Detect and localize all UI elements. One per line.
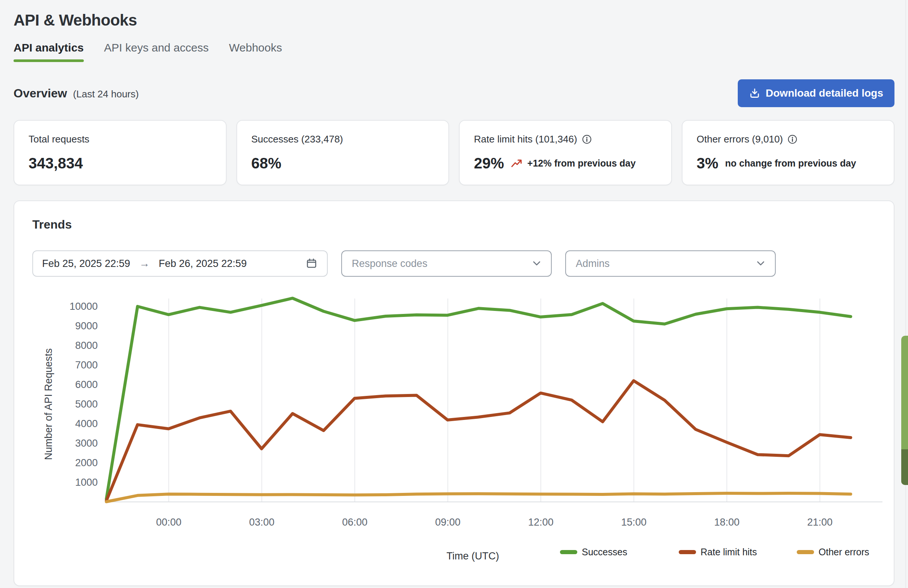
- overview-heading: Overview: [13, 87, 67, 100]
- stat-label: Total requests: [29, 134, 89, 145]
- y-tick-5000: 5000: [75, 398, 98, 410]
- date-range-end: Feb 26, 2025 22:59: [159, 258, 246, 269]
- legend-item-successes: Successes: [560, 547, 627, 557]
- y-tick-1000: 1000: [75, 477, 98, 488]
- x-tick-06:00: 06:00: [342, 517, 367, 528]
- trends-chart-svg: 00:0003:0006:0009:0012:0015:0018:0021:00…: [32, 289, 889, 533]
- stat-delta-text: no change from previous day: [725, 158, 856, 169]
- active-tab-underline: [13, 60, 84, 62]
- x-tick-18:00: 18:00: [714, 517, 740, 528]
- series-line-other-errors: [106, 493, 851, 502]
- chevron-down-icon: [532, 261, 541, 267]
- x-tick-15:00: 15:00: [621, 517, 647, 528]
- series-line-rate-limit-hits: [106, 381, 851, 501]
- trend-up-icon: [511, 159, 523, 168]
- trends-heading: Trends: [32, 217, 888, 232]
- stat-card-other-errors-9-010: Other errors (9,010)3%no change from pre…: [682, 120, 895, 185]
- response-codes-placeholder: Response codes: [352, 258, 427, 269]
- y-axis-title: Number of API Requests: [43, 348, 54, 460]
- calendar-icon: [305, 257, 318, 270]
- stat-value: 29%: [474, 155, 504, 172]
- tab-label: API keys and access: [104, 41, 209, 60]
- y-tick-2000: 2000: [75, 457, 98, 469]
- legend-label: Rate limit hits: [700, 547, 757, 557]
- legend-swatch: [560, 550, 577, 554]
- scrollbar-thumb-dark-segment: [901, 449, 908, 485]
- tab-api-analytics[interactable]: API analytics: [13, 41, 84, 62]
- stat-card-successes-233-478: Successes (233,478)68%: [237, 120, 449, 185]
- download-button-label: Download detailed logs: [766, 87, 883, 99]
- stat-label: Other errors (9,010): [697, 134, 783, 145]
- date-range-start: Feb 25, 2025 22:59: [42, 258, 130, 269]
- stat-delta: +12% from previous day: [511, 158, 636, 169]
- scrollbar-thumb[interactable]: [901, 336, 908, 485]
- page-title: API & Webhooks: [13, 11, 895, 29]
- trends-chart: 00:0003:0006:0009:0012:0015:0018:0021:00…: [32, 289, 888, 535]
- x-tick-12:00: 12:00: [528, 517, 554, 528]
- y-tick-8000: 8000: [75, 340, 98, 351]
- info-icon[interactable]: [787, 134, 797, 144]
- stat-label: Rate limit hits (101,346): [474, 134, 577, 145]
- legend-label: Successes: [582, 547, 627, 557]
- legend-item-other-errors: Other errors: [797, 547, 869, 557]
- download-detailed-logs-button[interactable]: Download detailed logs: [738, 79, 895, 107]
- stat-card-total-requests: Total requests343,834: [13, 120, 227, 185]
- stat-card-rate-limit-hits-101-346: Rate limit hits (101,346)29%+12% from pr…: [459, 120, 672, 185]
- stat-value: 3%: [697, 155, 719, 172]
- x-tick-21:00: 21:00: [807, 517, 833, 528]
- stat-value: 68%: [251, 155, 282, 172]
- tab-webhooks[interactable]: Webhooks: [229, 41, 282, 62]
- scrollbar-track: [905, 0, 906, 588]
- stat-delta-text: +12% from previous day: [527, 158, 636, 169]
- response-codes-select[interactable]: Response codes: [341, 250, 552, 277]
- arrow-right-icon: →: [139, 258, 150, 269]
- stat-label: Successes (233,478): [251, 134, 343, 145]
- admins-select[interactable]: Admins: [565, 250, 776, 277]
- app-window: API & Webhooks API analyticsAPI keys and…: [0, 0, 908, 588]
- x-tick-00:00: 00:00: [156, 517, 182, 528]
- x-tick-03:00: 03:00: [249, 517, 275, 528]
- legend-item-rate-limit-hits: Rate limit hits: [679, 547, 757, 557]
- tab-bar: API analyticsAPI keys and accessWebhooks: [13, 41, 895, 62]
- active-tab-underline: [104, 60, 209, 62]
- admins-placeholder: Admins: [576, 258, 610, 269]
- series-line-successes: [106, 298, 851, 499]
- stat-delta: no change from previous day: [725, 158, 856, 169]
- tab-api-keys-and-access[interactable]: API keys and access: [104, 41, 209, 62]
- y-tick-10000: 10000: [69, 301, 98, 312]
- download-icon: [749, 88, 760, 99]
- stat-cards: Total requests343,834Successes (233,478)…: [13, 120, 895, 185]
- chart-footer: Time (UTC) SuccessesRate limit hitsOther…: [32, 545, 888, 566]
- x-axis-title: Time (UTC): [446, 550, 499, 562]
- legend-label: Other errors: [819, 547, 869, 557]
- y-tick-6000: 6000: [75, 379, 98, 390]
- y-tick-4000: 4000: [75, 418, 98, 429]
- x-tick-09:00: 09:00: [435, 517, 461, 528]
- trends-card: Trends Feb 25, 2025 22:59 → Feb 26, 2025…: [13, 200, 895, 586]
- overview-subheading: (Last 24 hours): [73, 89, 139, 100]
- stat-value: 343,834: [29, 155, 83, 172]
- y-tick-3000: 3000: [75, 438, 98, 449]
- legend-swatch: [797, 550, 814, 554]
- info-icon[interactable]: [582, 134, 592, 144]
- tab-label: API analytics: [13, 41, 84, 60]
- legend-swatch: [679, 550, 696, 554]
- y-tick-9000: 9000: [75, 320, 98, 332]
- active-tab-underline: [229, 60, 282, 62]
- tab-label: Webhooks: [229, 41, 282, 60]
- y-tick-7000: 7000: [75, 359, 98, 371]
- chevron-down-icon: [756, 261, 765, 267]
- date-range-picker[interactable]: Feb 25, 2025 22:59 → Feb 26, 2025 22:59: [32, 250, 328, 277]
